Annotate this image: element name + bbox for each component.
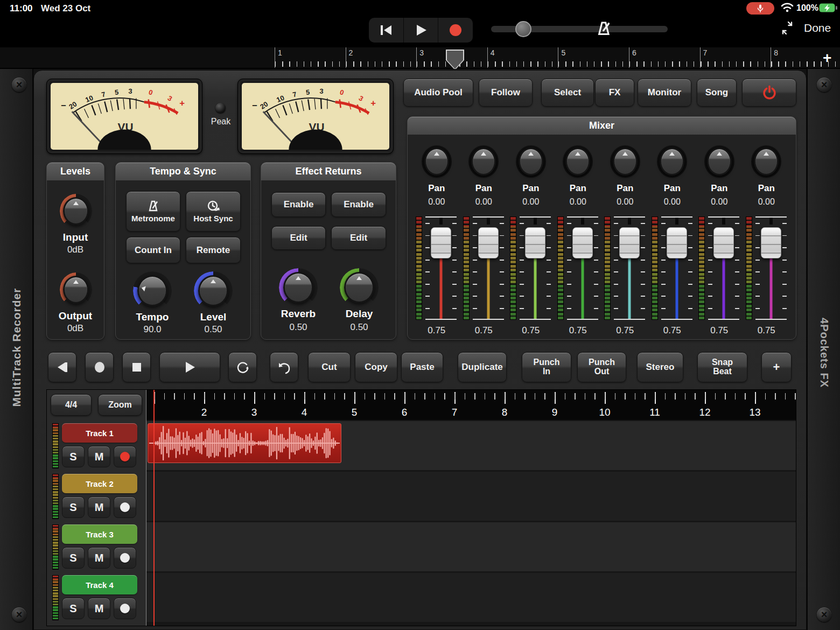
skip-to-start-button[interactable] bbox=[369, 18, 404, 43]
audio-region-track1[interactable] bbox=[148, 423, 341, 463]
done-button[interactable]: Done bbox=[804, 22, 831, 34]
ruler-mark: 6 bbox=[632, 48, 636, 57]
track-solo-button[interactable]: S bbox=[62, 446, 85, 467]
power-button[interactable] bbox=[742, 79, 796, 107]
track-name-button[interactable]: Track 2 bbox=[62, 474, 137, 493]
panel-button[interactable]: Select bbox=[541, 79, 594, 107]
undo-button[interactable] bbox=[270, 352, 298, 382]
volume-slider[interactable] bbox=[491, 26, 668, 32]
delay-enable-button[interactable]: Enable bbox=[331, 192, 386, 217]
channel-fader[interactable] bbox=[555, 216, 602, 320]
effect-returns-title: Effect Returns bbox=[261, 163, 396, 180]
track-name-button[interactable]: Track 3 bbox=[62, 524, 137, 544]
add-marker-button[interactable]: + bbox=[823, 50, 831, 67]
copy-button[interactable]: Copy bbox=[355, 352, 397, 382]
sync-level-knob[interactable] bbox=[194, 271, 233, 310]
level-meter bbox=[698, 216, 705, 320]
track-ruler[interactable]: 4/4 Zoom 2345678910111213 bbox=[47, 390, 796, 420]
fader-cap[interactable] bbox=[619, 227, 640, 258]
top-timeline-ruler[interactable]: 12345678 + bbox=[0, 47, 840, 68]
channel-fader[interactable] bbox=[601, 216, 649, 320]
fader-cap[interactable] bbox=[667, 227, 687, 258]
fader-value: 0.75 bbox=[555, 325, 602, 336]
add-track-button[interactable]: + bbox=[761, 352, 792, 382]
play-toolbar-button[interactable] bbox=[159, 352, 220, 382]
time-signature-button[interactable]: 4/4 bbox=[51, 394, 92, 416]
track-name-button[interactable]: Track 1 bbox=[62, 423, 137, 443]
collapse-icon[interactable] bbox=[780, 20, 795, 36]
app-title-left: MultiTrack Recorder bbox=[10, 288, 23, 407]
punch-in-button[interactable]: Punch In bbox=[522, 352, 571, 382]
panel-button[interactable]: Audio Pool bbox=[403, 79, 473, 107]
ruler-mark: 2 bbox=[349, 48, 353, 57]
track-record-button[interactable] bbox=[114, 598, 136, 619]
record-button[interactable] bbox=[438, 18, 473, 43]
loop-button[interactable] bbox=[228, 352, 257, 382]
zoom-button[interactable]: Zoom bbox=[98, 394, 142, 416]
channel-fader[interactable] bbox=[507, 216, 555, 320]
panel-button[interactable]: Monitor bbox=[638, 79, 691, 107]
stereo-button[interactable]: Stereo bbox=[637, 352, 683, 382]
punch-out-button[interactable]: Punch Out bbox=[577, 352, 626, 382]
pan-knob[interactable] bbox=[610, 145, 640, 178]
channel-fader[interactable] bbox=[649, 216, 696, 320]
fader-cap[interactable] bbox=[478, 227, 499, 258]
pan-knob[interactable] bbox=[704, 145, 734, 178]
fader-cap[interactable] bbox=[572, 227, 593, 258]
track-solo-button[interactable]: S bbox=[62, 496, 85, 518]
metronome-button[interactable]: Metronome bbox=[126, 191, 180, 232]
track-mute-button[interactable]: M bbox=[88, 496, 110, 518]
reverb-edit-button[interactable]: Edit bbox=[271, 226, 326, 250]
cut-button[interactable]: Cut bbox=[308, 352, 351, 382]
snap-beat-button[interactable]: Snap Beat bbox=[697, 352, 747, 382]
tempo-knob[interactable] bbox=[133, 271, 172, 310]
track-record-button[interactable] bbox=[114, 496, 136, 518]
paste-button[interactable]: Paste bbox=[401, 352, 443, 382]
pan-knob[interactable] bbox=[657, 145, 687, 178]
fader-cap[interactable] bbox=[525, 227, 545, 258]
volume-slider-knob[interactable] bbox=[515, 21, 531, 37]
track-record-button[interactable] bbox=[114, 547, 136, 569]
play-button[interactable] bbox=[404, 18, 439, 43]
panel-button[interactable]: Song bbox=[697, 79, 737, 107]
output-value: 0dB bbox=[47, 323, 104, 334]
input-knob[interactable] bbox=[60, 194, 92, 228]
host-sync-button[interactable]: Host Sync bbox=[186, 191, 241, 232]
track-solo-button[interactable]: S bbox=[62, 547, 85, 569]
remote-button[interactable]: Remote bbox=[186, 237, 241, 263]
reverb-knob[interactable] bbox=[279, 268, 318, 307]
playhead-line[interactable] bbox=[153, 390, 155, 626]
track-mute-button[interactable]: M bbox=[88, 598, 110, 619]
metronome-toggle-icon[interactable] bbox=[596, 20, 613, 38]
fader-cap[interactable] bbox=[713, 227, 734, 258]
delay-knob[interactable] bbox=[340, 268, 379, 307]
channel-fader[interactable] bbox=[460, 216, 508, 320]
output-knob[interactable] bbox=[60, 272, 92, 307]
play-icon bbox=[415, 24, 428, 37]
rewind-button[interactable] bbox=[48, 352, 76, 382]
channel-fader[interactable] bbox=[696, 216, 743, 320]
microphone-indicator[interactable] bbox=[746, 2, 774, 15]
count-in-button[interactable]: Count In bbox=[126, 237, 180, 263]
duplicate-button[interactable]: Duplicate bbox=[458, 352, 507, 382]
track-mute-button[interactable]: M bbox=[88, 547, 110, 569]
channel-fader[interactable] bbox=[743, 216, 790, 320]
track-name-button[interactable]: Track 4 bbox=[62, 575, 137, 594]
delay-edit-button[interactable]: Edit bbox=[331, 226, 386, 250]
pan-knob[interactable] bbox=[468, 145, 499, 178]
track-record-button[interactable] bbox=[114, 446, 136, 467]
pan-knob[interactable] bbox=[422, 145, 452, 178]
stop-button[interactable] bbox=[122, 352, 151, 382]
pan-knob[interactable] bbox=[751, 145, 781, 178]
pan-knob[interactable] bbox=[563, 145, 593, 178]
arm-record-button[interactable] bbox=[85, 352, 114, 382]
fader-cap[interactable] bbox=[761, 227, 781, 258]
panel-button[interactable]: FX bbox=[595, 79, 634, 107]
pan-knob[interactable] bbox=[516, 145, 546, 178]
reverb-enable-button[interactable]: Enable bbox=[271, 192, 326, 217]
panel-button[interactable]: Follow bbox=[479, 79, 533, 107]
fader-cap[interactable] bbox=[431, 227, 451, 258]
track-solo-button[interactable]: S bbox=[62, 598, 85, 619]
channel-fader[interactable] bbox=[413, 216, 460, 320]
track-mute-button[interactable]: M bbox=[88, 446, 110, 467]
